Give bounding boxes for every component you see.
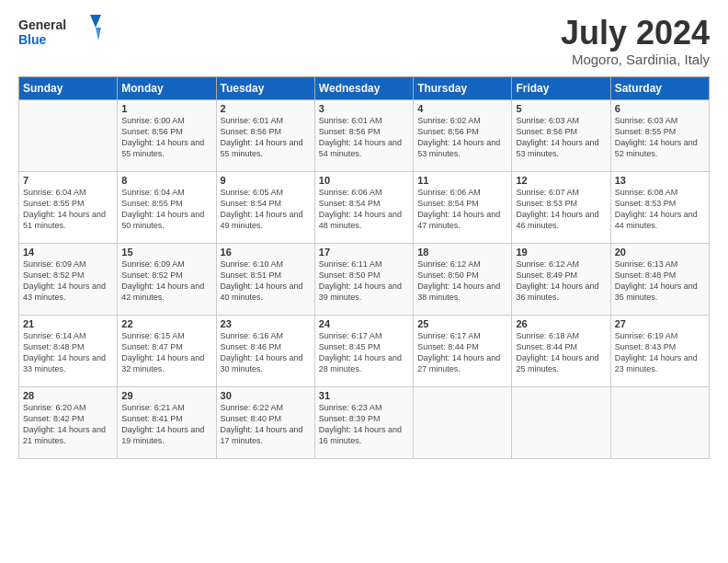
calendar-cell: 11Sunrise: 6:06 AM Sunset: 8:54 PM Dayli… (414, 171, 512, 243)
cell-content: Sunrise: 6:11 AM Sunset: 8:50 PM Dayligh… (319, 259, 409, 304)
day-number: 2 (221, 103, 311, 114)
day-number: 4 (417, 103, 507, 114)
week-row-5: 28Sunrise: 6:20 AM Sunset: 8:42 PM Dayli… (19, 386, 710, 458)
calendar-cell: 13Sunrise: 6:08 AM Sunset: 8:53 PM Dayli… (610, 171, 709, 243)
day-number: 29 (121, 390, 211, 401)
day-number: 14 (23, 247, 113, 258)
day-number: 11 (417, 175, 507, 186)
cell-content: Sunrise: 6:03 AM Sunset: 8:55 PM Dayligh… (615, 115, 705, 160)
cell-content: Sunrise: 6:19 AM Sunset: 8:43 PM Dayligh… (615, 330, 705, 375)
cell-content: Sunrise: 6:14 AM Sunset: 8:48 PM Dayligh… (23, 330, 113, 375)
day-number: 7 (23, 175, 113, 186)
page-container: General Blue July 2024 Mogoro, Sardinia,… (0, 0, 728, 468)
calendar-cell: 5Sunrise: 6:03 AM Sunset: 8:56 PM Daylig… (512, 99, 610, 171)
calendar-cell: 27Sunrise: 6:19 AM Sunset: 8:43 PM Dayli… (610, 315, 709, 386)
week-row-2: 7Sunrise: 6:04 AM Sunset: 8:55 PM Daylig… (19, 171, 710, 243)
calendar-cell (610, 386, 709, 458)
cell-content: Sunrise: 6:03 AM Sunset: 8:56 PM Dayligh… (516, 115, 606, 160)
cell-content: Sunrise: 6:15 AM Sunset: 8:47 PM Dayligh… (121, 330, 211, 375)
day-number: 5 (516, 103, 606, 114)
calendar-cell: 14Sunrise: 6:09 AM Sunset: 8:52 PM Dayli… (19, 243, 118, 315)
day-number: 18 (417, 247, 507, 258)
day-number: 10 (319, 175, 409, 186)
calendar-cell: 6Sunrise: 6:03 AM Sunset: 8:55 PM Daylig… (610, 99, 709, 171)
cell-content: Sunrise: 6:04 AM Sunset: 8:55 PM Dayligh… (121, 187, 211, 232)
cell-content: Sunrise: 6:02 AM Sunset: 8:56 PM Dayligh… (417, 115, 507, 160)
calendar-cell: 9Sunrise: 6:05 AM Sunset: 8:54 PM Daylig… (216, 171, 314, 243)
day-number: 13 (615, 175, 705, 186)
logo-svg: General Blue (18, 15, 101, 52)
calendar-cell: 15Sunrise: 6:09 AM Sunset: 8:52 PM Dayli… (118, 243, 216, 315)
day-number: 8 (121, 175, 211, 186)
calendar-cell: 28Sunrise: 6:20 AM Sunset: 8:42 PM Dayli… (19, 386, 118, 458)
day-number: 25 (417, 318, 507, 329)
calendar-cell: 18Sunrise: 6:12 AM Sunset: 8:50 PM Dayli… (414, 243, 512, 315)
cell-content: Sunrise: 6:12 AM Sunset: 8:49 PM Dayligh… (516, 259, 606, 304)
day-header-thursday: Thursday (414, 76, 512, 99)
cell-content: Sunrise: 6:23 AM Sunset: 8:39 PM Dayligh… (319, 402, 409, 447)
cell-content: Sunrise: 6:09 AM Sunset: 8:52 PM Dayligh… (23, 259, 113, 304)
day-number: 28 (23, 390, 113, 401)
day-number: 15 (121, 247, 211, 258)
cell-content: Sunrise: 6:01 AM Sunset: 8:56 PM Dayligh… (221, 115, 311, 160)
calendar-cell (19, 99, 118, 171)
cell-content: Sunrise: 6:13 AM Sunset: 8:48 PM Dayligh… (615, 259, 705, 304)
cell-content: Sunrise: 6:20 AM Sunset: 8:42 PM Dayligh… (23, 402, 113, 447)
calendar-cell (512, 386, 610, 458)
day-header-saturday: Saturday (610, 76, 709, 99)
cell-content: Sunrise: 6:01 AM Sunset: 8:56 PM Dayligh… (319, 115, 409, 160)
week-row-4: 21Sunrise: 6:14 AM Sunset: 8:48 PM Dayli… (19, 315, 710, 386)
header: General Blue July 2024 Mogoro, Sardinia,… (18, 15, 710, 67)
calendar-cell: 31Sunrise: 6:23 AM Sunset: 8:39 PM Dayli… (314, 386, 413, 458)
day-number: 3 (319, 103, 409, 114)
logo: General Blue (18, 15, 101, 52)
calendar-cell: 17Sunrise: 6:11 AM Sunset: 8:50 PM Dayli… (314, 243, 413, 315)
day-headers: SundayMondayTuesdayWednesdayThursdayFrid… (19, 76, 710, 99)
calendar-cell: 20Sunrise: 6:13 AM Sunset: 8:48 PM Dayli… (610, 243, 709, 315)
day-number: 31 (319, 390, 409, 401)
calendar-cell (414, 386, 512, 458)
cell-content: Sunrise: 6:04 AM Sunset: 8:55 PM Dayligh… (23, 187, 113, 232)
title-block: July 2024 Mogoro, Sardinia, Italy (561, 15, 710, 67)
cell-content: Sunrise: 6:09 AM Sunset: 8:52 PM Dayligh… (121, 259, 211, 304)
day-number: 26 (516, 318, 606, 329)
calendar-cell: 22Sunrise: 6:15 AM Sunset: 8:47 PM Dayli… (118, 315, 216, 386)
day-header-wednesday: Wednesday (314, 76, 413, 99)
day-number: 9 (221, 175, 311, 186)
calendar-cell: 26Sunrise: 6:18 AM Sunset: 8:44 PM Dayli… (512, 315, 610, 386)
day-number: 30 (221, 390, 311, 401)
day-number: 17 (319, 247, 409, 258)
day-number: 20 (615, 247, 705, 258)
calendar-cell: 1Sunrise: 6:00 AM Sunset: 8:56 PM Daylig… (118, 99, 216, 171)
day-number: 16 (221, 247, 311, 258)
calendar-cell: 29Sunrise: 6:21 AM Sunset: 8:41 PM Dayli… (118, 386, 216, 458)
svg-marker-3 (96, 28, 101, 40)
cell-content: Sunrise: 6:22 AM Sunset: 8:40 PM Dayligh… (221, 402, 311, 447)
svg-text:Blue: Blue (18, 32, 47, 47)
calendar-cell: 3Sunrise: 6:01 AM Sunset: 8:56 PM Daylig… (314, 99, 413, 171)
subtitle: Mogoro, Sardinia, Italy (561, 52, 710, 67)
calendar-table: SundayMondayTuesdayWednesdayThursdayFrid… (18, 76, 710, 459)
cell-content: Sunrise: 6:12 AM Sunset: 8:50 PM Dayligh… (417, 259, 507, 304)
day-header-sunday: Sunday (19, 76, 118, 99)
day-header-friday: Friday (512, 76, 610, 99)
cell-content: Sunrise: 6:17 AM Sunset: 8:44 PM Dayligh… (417, 330, 507, 375)
calendar-cell: 24Sunrise: 6:17 AM Sunset: 8:45 PM Dayli… (314, 315, 413, 386)
calendar-cell: 10Sunrise: 6:06 AM Sunset: 8:54 PM Dayli… (314, 171, 413, 243)
day-header-tuesday: Tuesday (216, 76, 314, 99)
day-number: 19 (516, 247, 606, 258)
calendar-cell: 2Sunrise: 6:01 AM Sunset: 8:56 PM Daylig… (216, 99, 314, 171)
cell-content: Sunrise: 6:10 AM Sunset: 8:51 PM Dayligh… (221, 259, 311, 304)
calendar-cell: 19Sunrise: 6:12 AM Sunset: 8:49 PM Dayli… (512, 243, 610, 315)
calendar-cell: 30Sunrise: 6:22 AM Sunset: 8:40 PM Dayli… (216, 386, 314, 458)
cell-content: Sunrise: 6:05 AM Sunset: 8:54 PM Dayligh… (221, 187, 311, 232)
calendar-cell: 16Sunrise: 6:10 AM Sunset: 8:51 PM Dayli… (216, 243, 314, 315)
cell-content: Sunrise: 6:07 AM Sunset: 8:53 PM Dayligh… (516, 187, 606, 232)
day-number: 12 (516, 175, 606, 186)
week-row-1: 1Sunrise: 6:00 AM Sunset: 8:56 PM Daylig… (19, 99, 710, 171)
cell-content: Sunrise: 6:18 AM Sunset: 8:44 PM Dayligh… (516, 330, 606, 375)
cell-content: Sunrise: 6:00 AM Sunset: 8:56 PM Dayligh… (121, 115, 211, 160)
calendar-cell: 7Sunrise: 6:04 AM Sunset: 8:55 PM Daylig… (19, 171, 118, 243)
day-number: 6 (615, 103, 705, 114)
week-row-3: 14Sunrise: 6:09 AM Sunset: 8:52 PM Dayli… (19, 243, 710, 315)
